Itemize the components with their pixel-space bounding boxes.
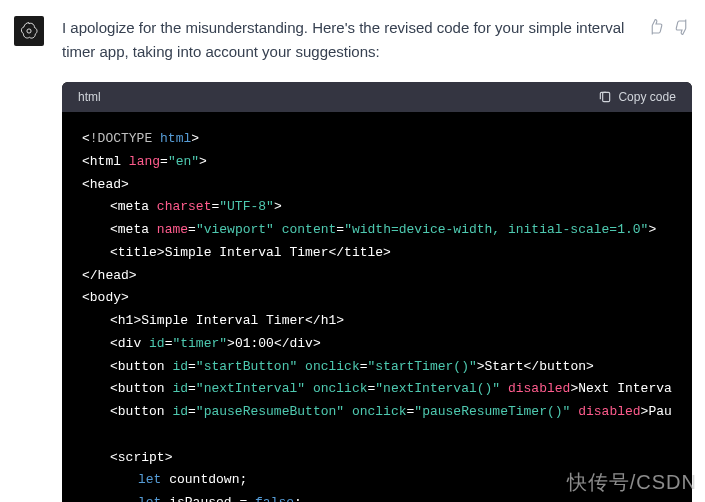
code-header: html Copy code	[62, 82, 692, 112]
code-language-label: html	[78, 90, 101, 104]
thumbs-down-button[interactable]	[673, 18, 691, 36]
copy-code-button[interactable]: Copy code	[598, 90, 675, 104]
thumbs-up-icon	[647, 18, 665, 36]
feedback-controls	[647, 18, 691, 36]
openai-logo-icon	[19, 21, 39, 41]
thumbs-up-button[interactable]	[647, 18, 665, 36]
code-content: <!DOCTYPE html> <html lang="en"> <head> …	[62, 112, 692, 502]
clipboard-icon	[598, 90, 612, 104]
code-block: html Copy code <!DOCTYPE html> <html lan…	[62, 82, 692, 502]
thumbs-down-icon	[673, 18, 691, 36]
svg-point-0	[27, 29, 31, 33]
assistant-message: I apologize for the misunderstanding. He…	[62, 16, 692, 64]
assistant-avatar	[14, 16, 44, 46]
watermark: 快传号/CSDN	[567, 469, 697, 496]
copy-code-label: Copy code	[618, 90, 675, 104]
svg-rect-1	[603, 92, 610, 101]
